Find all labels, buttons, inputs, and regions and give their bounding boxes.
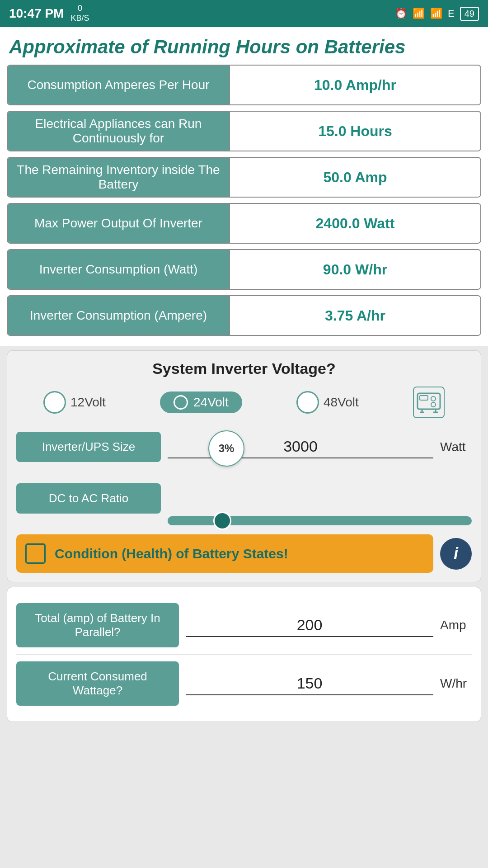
radio-48v-label: 48Volt [324, 395, 359, 410]
battery-condition-checkbox[interactable] [25, 543, 46, 564]
main-container: Approximate of Running Hours on Batterie… [0, 27, 488, 722]
result-label-inv-amp: Inverter Consumption (Ampere) [8, 296, 229, 335]
radio-24v-dot [178, 399, 184, 406]
bottom-section: Total (amp) of Battery In Parallel? Amp … [7, 587, 481, 722]
result-value-run-hours: 15.0 Hours [229, 112, 480, 151]
voltage-option-24v[interactable]: 24Volt [160, 392, 242, 413]
radio-12v-circle[interactable] [43, 391, 66, 414]
inverter-icon [413, 387, 445, 418]
network-type: E [448, 8, 455, 19]
voltage-option-12v[interactable]: 12Volt [43, 391, 106, 414]
dc-ac-ratio-label: DC to AC Ratio [16, 483, 161, 514]
voltage-option-48v[interactable]: 48Volt [296, 391, 359, 414]
page-title: Approximate of Running Hours on Batterie… [0, 27, 488, 65]
svg-rect-1 [420, 396, 428, 400]
slider-track[interactable] [168, 516, 472, 525]
dc-ac-ratio-row: DC to AC Ratio 3% [16, 471, 472, 525]
voltage-title: System Inverter Voltage? [16, 360, 472, 377]
wattage-input[interactable] [186, 672, 433, 695]
slider-percent-bubble: 3% [208, 430, 244, 467]
result-value-consumption-amp: 10.0 Amp/hr [229, 66, 480, 104]
battery-parallel-row: Total (amp) of Battery In Parallel? Amp [16, 596, 472, 655]
kb-indicator: 0KB/S [70, 4, 89, 23]
status-icons: ⏰ 📶 📶 E 49 [395, 7, 479, 21]
result-row-consumption-amp: Consumption Amperes Per Hour 10.0 Amp/hr [7, 65, 481, 105]
battery-parallel-input[interactable] [186, 614, 433, 637]
svg-point-2 [431, 396, 436, 401]
result-value-inv-amp: 3.75 A/hr [229, 296, 480, 335]
result-label-inv-watt: Inverter Consumption (Watt) [8, 250, 229, 289]
result-row-max-power: Max Power Output Of Inverter 2400.0 Watt [7, 203, 481, 244]
radio-12v-label: 12Volt [70, 395, 106, 410]
result-row-inv-watt: Inverter Consumption (Watt) 90.0 W/hr [7, 249, 481, 290]
battery-condition-row: Condition (Health) of Battery States! i [16, 534, 472, 573]
alarm-icon: ⏰ [395, 8, 407, 19]
result-row-remaining-inv: The Remaining Inventory inside The Batte… [7, 157, 481, 198]
status-bar: 10:47 PM 0KB/S ⏰ 📶 📶 E 49 [0, 0, 488, 27]
info-icon[interactable]: i [440, 538, 472, 570]
inverter-size-unit: Watt [440, 440, 472, 454]
result-row-run-hours: Electrical Appliances can Run Continuous… [7, 111, 481, 151]
slider-container: 3% [168, 471, 472, 525]
radio-24v-pill[interactable]: 24Volt [160, 392, 242, 413]
wattage-row: Current Consumed Wattage? W/hr [16, 655, 472, 712]
battery-condition-label: Condition (Health) of Battery States! [55, 546, 288, 561]
dc-ac-ratio-section: DC to AC Ratio 3% [16, 471, 472, 525]
svg-point-3 [431, 402, 436, 407]
battery-level: 49 [460, 7, 479, 21]
wattage-label: Current Consumed Wattage? [16, 661, 179, 706]
result-label-consumption-amp: Consumption Amperes Per Hour [8, 66, 229, 104]
result-row-inv-amp: Inverter Consumption (Ampere) 3.75 A/hr [7, 295, 481, 336]
result-label-max-power: Max Power Output Of Inverter [8, 204, 229, 243]
battery-parallel-unit: Amp [440, 618, 472, 632]
result-label-remaining-inv: The Remaining Inventory inside The Batte… [8, 158, 229, 197]
radio-24v-inner [174, 395, 188, 410]
battery-parallel-label: Total (amp) of Battery In Parallel? [16, 603, 179, 647]
voltage-options: 12Volt 24Volt 48Volt [16, 387, 472, 418]
radio-48v-circle[interactable] [296, 391, 319, 414]
inverter-size-input[interactable] [168, 435, 433, 458]
result-value-remaining-inv: 50.0 Amp [229, 158, 480, 197]
battery-condition-button[interactable]: Condition (Health) of Battery States! [16, 534, 433, 573]
wattage-unit: W/hr [440, 676, 472, 691]
status-time: 10:47 PM [9, 6, 64, 21]
inverter-size-label: Inverter/UPS Size [16, 432, 161, 462]
result-label-run-hours: Electrical Appliances can Run Continuous… [8, 112, 229, 151]
radio-24v-label: 24Volt [193, 395, 229, 410]
result-value-max-power: 2400.0 Watt [229, 204, 480, 243]
settings-section: System Inverter Voltage? 12Volt 24Volt 4… [7, 350, 481, 582]
slider-thumb[interactable] [213, 512, 231, 530]
signal-icon2: 📶 [430, 8, 442, 19]
signal-icon1: 📶 [413, 8, 425, 19]
result-value-inv-watt: 90.0 W/hr [229, 250, 480, 289]
results-section: Consumption Amperes Per Hour 10.0 Amp/hr… [0, 65, 488, 346]
